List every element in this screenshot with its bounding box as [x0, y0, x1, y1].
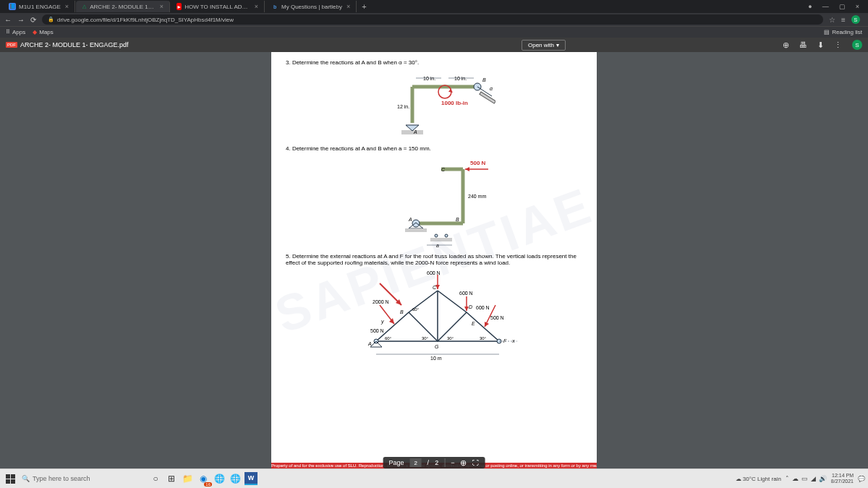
- svg-text:y: y: [380, 319, 384, 325]
- tab-label: M1U1 ENGAGE: [19, 4, 61, 10]
- document-viewport[interactable]: SAPIENTIAE 3. Determine the reactions at…: [0, 52, 868, 468]
- svg-text:1000 lb-in: 1000 lb-in: [441, 100, 468, 106]
- close-icon[interactable]: ×: [160, 3, 163, 10]
- svg-text:x: x: [511, 338, 515, 343]
- svg-text:30°: 30°: [447, 336, 454, 341]
- svg-text:A: A: [408, 217, 412, 222]
- tab-m1u1[interactable]: 📘 M1U1 ENGAGE ×: [3, 1, 75, 12]
- svg-text:500 N: 500 N: [470, 160, 486, 166]
- url-input[interactable]: 🔒 drive.google.com/file/d/1FkKf9LnhtjOBZ…: [42, 14, 823, 25]
- zoom-out-icon[interactable]: −: [451, 459, 454, 466]
- svg-text:E: E: [472, 321, 475, 326]
- svg-text:10 in.: 10 in.: [423, 76, 435, 81]
- minimize-icon[interactable]: —: [822, 3, 829, 10]
- drive-icon: △: [82, 3, 87, 10]
- svg-text:10 m: 10 m: [430, 356, 442, 361]
- new-tab-button[interactable]: +: [357, 2, 370, 11]
- maps-icon: ◆: [33, 29, 37, 35]
- close-icon[interactable]: ×: [65, 3, 69, 10]
- figure-3: A B α 10 in. 10 in. 12 in. 1000 lb-in: [373, 69, 495, 141]
- url-text: drive.google.com/file/d/1FkKf9LnhtjOBZjn…: [57, 17, 234, 23]
- star-icon[interactable]: ☆: [829, 16, 835, 24]
- svg-text:10 in.: 10 in.: [454, 76, 467, 81]
- svg-text:G: G: [435, 344, 439, 349]
- reading-list-icon: ▤: [824, 29, 830, 35]
- svg-text:600 N: 600 N: [427, 270, 441, 275]
- svg-text:B: B: [456, 217, 459, 222]
- tab-label: My Questions | bartleby: [281, 4, 342, 10]
- svg-text:30°: 30°: [480, 336, 487, 341]
- tab-label: HOW TO INSTALL ADOBE PHOTO: [184, 4, 250, 10]
- maximize-icon[interactable]: ▢: [839, 3, 846, 10]
- apps-icon: ⠿: [6, 29, 10, 35]
- taskbar: 🔍 Type here to search ○ ⊞ 📁 ◉ 16 🌐 🌐 W ☁…: [0, 468, 868, 488]
- svg-text:12 in.: 12 in.: [397, 104, 409, 109]
- more-icon[interactable]: ⋮: [834, 40, 842, 50]
- profile-badge[interactable]: S: [851, 15, 860, 24]
- close-icon[interactable]: ×: [255, 3, 258, 10]
- svg-rect-72: [6, 479, 10, 484]
- tab-bartleby[interactable]: b My Questions | bartleby ×: [265, 1, 357, 12]
- reading-list-button[interactable]: ▤ Reading list: [824, 29, 862, 35]
- svg-rect-71: [11, 474, 15, 479]
- explorer-icon[interactable]: 📁: [179, 471, 195, 486]
- weather-widget[interactable]: ☁ 30°C Light rain: [736, 476, 781, 482]
- add-to-drive-icon[interactable]: ⊕: [783, 40, 789, 50]
- problem-5-text: 5. Determine the external reactions at A…: [286, 253, 582, 266]
- page-controls: Page / 2 − ⊕ ⛶: [383, 457, 485, 468]
- back-icon[interactable]: ←: [4, 16, 12, 24]
- print-icon[interactable]: 🖶: [799, 40, 807, 49]
- browser-menu-icon[interactable]: ●: [808, 3, 812, 10]
- download-icon[interactable]: ⬇: [817, 40, 824, 50]
- svg-point-22: [435, 234, 438, 237]
- open-with-button[interactable]: Open with ▾: [522, 40, 566, 51]
- battery-icon[interactable]: ▭: [801, 475, 808, 482]
- tab-arche2[interactable]: △ ARCHE 2- MODULE 1- ENGAGE.p ×: [76, 1, 170, 12]
- svg-text:B: B: [482, 77, 486, 82]
- cortana-icon[interactable]: ○: [148, 471, 163, 486]
- sound-icon[interactable]: 🔊: [819, 475, 827, 482]
- svg-text:600 N: 600 N: [459, 291, 473, 296]
- page-input[interactable]: [410, 458, 422, 467]
- start-button[interactable]: [3, 471, 17, 486]
- close-window-icon[interactable]: ×: [856, 3, 859, 10]
- svg-text:D: D: [469, 304, 472, 309]
- svg-point-23: [445, 234, 448, 237]
- close-icon[interactable]: ×: [346, 3, 350, 10]
- tab-youtube[interactable]: ► HOW TO INSTALL ADOBE PHOTO ×: [171, 1, 265, 12]
- svg-point-19: [412, 220, 420, 227]
- search-input[interactable]: 🔍 Type here to search: [17, 471, 148, 486]
- svg-text:B: B: [400, 309, 404, 314]
- svg-rect-70: [6, 474, 10, 479]
- chrome2-icon[interactable]: 🌐: [227, 471, 243, 486]
- zoom-in-icon[interactable]: ⊕: [460, 458, 467, 468]
- svg-text:a: a: [436, 243, 439, 248]
- forward-icon[interactable]: →: [17, 16, 25, 24]
- apps-bookmark[interactable]: ⠿ Apps: [6, 29, 25, 35]
- wifi-icon[interactable]: ◢: [811, 475, 816, 482]
- chrome-icon[interactable]: 🌐: [211, 471, 227, 486]
- reader-icon[interactable]: ≡: [841, 16, 846, 24]
- maps-bookmark[interactable]: ◆ Maps: [33, 29, 54, 35]
- svg-text:α: α: [490, 86, 493, 91]
- svg-text:2000 N: 2000 N: [373, 299, 389, 304]
- svg-rect-21: [430, 238, 452, 241]
- fullscreen-icon[interactable]: ⛶: [472, 459, 479, 466]
- svg-text:600 N: 600 N: [476, 305, 490, 310]
- notifications-icon[interactable]: 💬: [858, 476, 865, 482]
- svg-text:30°: 30°: [422, 336, 429, 341]
- search-icon: 🔍: [22, 475, 30, 482]
- taskview-icon[interactable]: ⊞: [163, 471, 179, 486]
- svg-text:A: A: [367, 341, 372, 346]
- word-icon[interactable]: W: [243, 471, 259, 486]
- clock[interactable]: 12:14 PM 8/27/2021: [831, 473, 854, 484]
- svg-text:A: A: [413, 129, 417, 134]
- tray-chevron-icon[interactable]: ˄: [786, 475, 789, 482]
- edge-icon[interactable]: ◉ 16: [195, 471, 211, 486]
- page-label: Page: [389, 459, 404, 466]
- svg-rect-73: [11, 479, 15, 484]
- onedrive-icon[interactable]: ☁: [792, 475, 799, 482]
- svg-text:F: F: [503, 338, 507, 343]
- account-badge[interactable]: S: [852, 40, 862, 50]
- reload-icon[interactable]: ⟳: [30, 16, 36, 24]
